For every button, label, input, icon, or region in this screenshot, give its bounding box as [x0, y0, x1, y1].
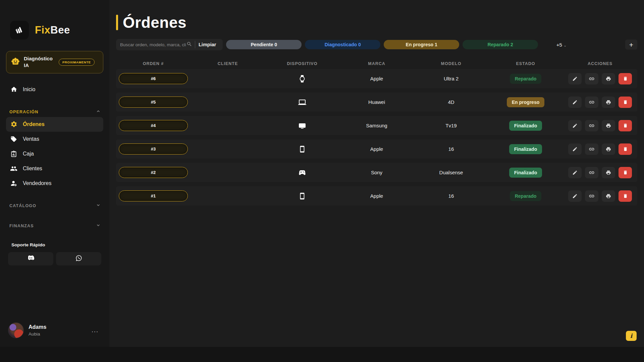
- marca-cell: Huawei: [339, 99, 414, 105]
- section-operacion[interactable]: OPERACIÓN: [6, 106, 103, 117]
- order-number-button[interactable]: #2: [119, 167, 188, 178]
- marca-cell: Apple: [339, 76, 414, 81]
- robot-icon: [11, 57, 20, 67]
- print-button[interactable]: [602, 73, 615, 84]
- edit-button[interactable]: [568, 167, 582, 178]
- section-label: OPERACIÓN: [9, 110, 39, 114]
- search-icon[interactable]: [186, 41, 192, 48]
- whatsapp-button[interactable]: [56, 252, 101, 265]
- more-filters-label: +5: [556, 42, 562, 48]
- support-title: Soporte Rápido: [11, 242, 103, 247]
- sidebar-item-clientes[interactable]: Clientes: [6, 161, 103, 176]
- filter-reparado[interactable]: Reparado 2: [463, 40, 538, 49]
- order-number-button[interactable]: #1: [119, 190, 188, 201]
- sidebar-item-label: Clientes: [23, 166, 42, 172]
- sidebar-item-ventas[interactable]: Ventas: [6, 132, 103, 146]
- sidebar-item-caja[interactable]: Caja: [6, 146, 103, 161]
- filter-diagnosticado[interactable]: Diagnosticado 0: [305, 40, 380, 49]
- row-actions: [563, 120, 637, 131]
- title-accent-bar: [116, 15, 118, 30]
- status-badge: En progreso: [507, 97, 544, 107]
- chevron-down-icon: ⌄: [564, 43, 567, 47]
- delete-button[interactable]: [619, 73, 632, 84]
- edit-button[interactable]: [568, 120, 582, 131]
- order-number-button[interactable]: #6: [119, 73, 188, 84]
- discord-button[interactable]: [8, 252, 53, 265]
- section-finanzas[interactable]: FINANZAS: [6, 220, 103, 231]
- sidebar-item-label: Caja: [23, 151, 34, 157]
- discord-icon: [27, 255, 35, 262]
- link-button[interactable]: [585, 143, 598, 155]
- bee-logo-icon: [10, 21, 29, 40]
- edit-button[interactable]: [568, 97, 582, 108]
- support-buttons: [6, 252, 103, 265]
- delete-button[interactable]: [619, 143, 632, 155]
- modelo-cell: 16: [414, 193, 488, 199]
- marca-cell: Samsung: [339, 123, 414, 128]
- info-button[interactable]: i: [626, 331, 637, 341]
- column-header-orden: ORDEN #: [116, 61, 191, 66]
- modelo-cell: 16: [414, 146, 488, 152]
- brand-name: FixBee: [35, 24, 70, 36]
- column-header-modelo: MODELO: [414, 61, 488, 66]
- order-number-button[interactable]: #4: [119, 120, 188, 131]
- diagnostico-ia-card[interactable]: Diagnóstico IA PROXIMAMENTE: [6, 51, 103, 73]
- add-order-button[interactable]: +: [625, 40, 637, 50]
- sidebar-item-label: Órdenes: [23, 121, 45, 127]
- edit-button[interactable]: [568, 73, 582, 84]
- proximamente-badge: PROXIMAMENTE: [59, 59, 95, 66]
- whatsapp-icon: [75, 254, 83, 263]
- table-row: #1 Apple 16 Reparado: [116, 186, 637, 205]
- row-actions: [563, 143, 637, 155]
- smartwatch-icon: [265, 75, 339, 82]
- divider: [195, 41, 195, 48]
- main-content: Órdenes Limpiar Pendiente 0 Diagnosticad…: [109, 0, 644, 347]
- table-row: #2 Sony Dualsense Finalizado: [116, 163, 637, 182]
- page-title: Órdenes: [123, 13, 186, 32]
- clipboard-chart-icon: [10, 150, 17, 158]
- table-row: #4 Samsung Tv19 Finalizado: [116, 116, 637, 135]
- more-filters-button[interactable]: +5 ⌄: [541, 42, 582, 48]
- user-menu-button[interactable]: ...: [92, 327, 101, 334]
- link-button[interactable]: [585, 190, 598, 202]
- status-badge: Reparado: [510, 74, 542, 84]
- link-button[interactable]: [585, 73, 598, 84]
- modelo-cell: Ultra 2: [414, 76, 488, 81]
- edit-button[interactable]: [568, 190, 582, 202]
- print-button[interactable]: [602, 190, 615, 202]
- user-profile[interactable]: Adams Aubia ...: [6, 322, 103, 338]
- link-button[interactable]: [585, 97, 598, 108]
- order-number-button[interactable]: #3: [119, 143, 188, 155]
- print-button[interactable]: [602, 167, 615, 178]
- link-button[interactable]: [585, 167, 598, 178]
- order-number-button[interactable]: #5: [119, 97, 188, 108]
- sidebar-item-label: Vendedores: [23, 180, 51, 186]
- search-input[interactable]: [120, 42, 186, 47]
- tag-icon: [10, 135, 17, 143]
- row-actions: [563, 73, 637, 84]
- delete-button[interactable]: [619, 167, 632, 178]
- sidebar-item-ordenes[interactable]: Órdenes: [6, 117, 103, 132]
- filter-en-progreso[interactable]: En progreso 1: [384, 40, 459, 49]
- print-button[interactable]: [602, 97, 615, 108]
- filter-pendiente[interactable]: Pendiente 0: [226, 40, 302, 49]
- modelo-cell: Dualsense: [414, 170, 488, 175]
- sidebar-item-vendedores[interactable]: Vendedores: [6, 176, 103, 191]
- row-actions: [563, 167, 637, 178]
- print-button[interactable]: [602, 143, 615, 155]
- edit-button[interactable]: [568, 143, 582, 155]
- clear-filters-button[interactable]: Limpiar: [198, 42, 219, 47]
- delete-button[interactable]: [619, 97, 632, 108]
- delete-button[interactable]: [619, 190, 632, 202]
- column-header-acciones: ACCIONES: [563, 61, 637, 66]
- marca-cell: Apple: [339, 146, 414, 152]
- print-button[interactable]: [602, 120, 615, 131]
- chevron-down-icon: [96, 203, 101, 209]
- gear-icon: [10, 121, 17, 128]
- link-button[interactable]: [585, 120, 598, 131]
- toolbar: Limpiar Pendiente 0 Diagnosticado 0 En p…: [116, 39, 637, 50]
- delete-button[interactable]: [619, 120, 632, 131]
- sidebar-item-inicio[interactable]: Inicio: [6, 82, 103, 97]
- chevron-down-icon: [96, 223, 101, 229]
- section-catalogo[interactable]: CATÁLOGO: [6, 199, 103, 211]
